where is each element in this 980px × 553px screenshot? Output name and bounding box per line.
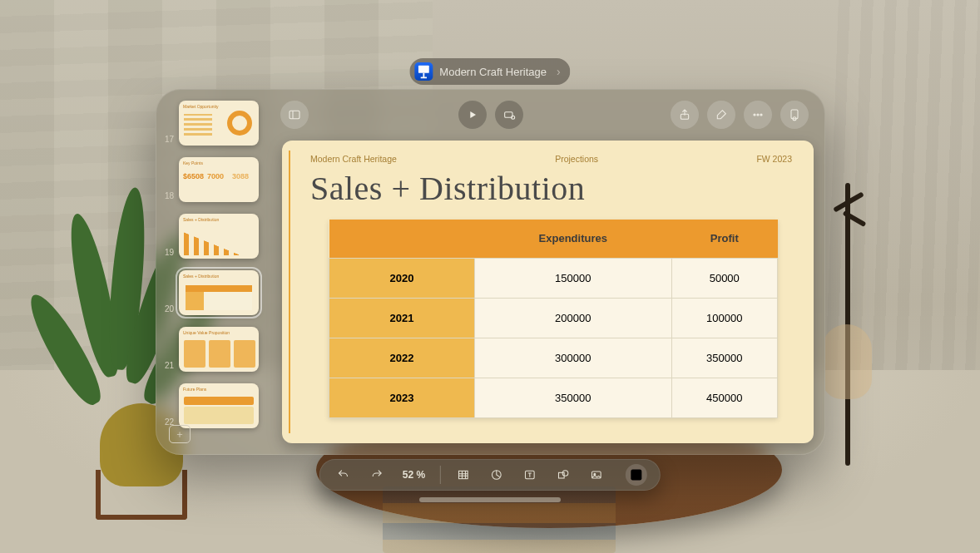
expand-button[interactable]	[626, 464, 647, 486]
zoom-level[interactable]: 52 %	[399, 469, 428, 481]
table-header-row: Expenditures Profit	[329, 220, 778, 258]
slide-title[interactable]: Sales + Distribution	[310, 169, 792, 208]
svg-point-14	[563, 471, 569, 476]
slide-canvas[interactable]: Modern Craft Heritage Projections FW 202…	[282, 141, 814, 443]
insert-table-button[interactable]	[453, 464, 474, 486]
chevron-right-icon: ›	[557, 65, 561, 78]
col-blank	[329, 220, 475, 258]
document-settings-button[interactable]	[780, 101, 809, 129]
svg-rect-17	[631, 470, 642, 481]
svg-rect-0	[418, 66, 429, 73]
bottom-toolbar: 52 %	[319, 459, 661, 491]
thumb-number: 17	[164, 135, 179, 144]
thumb-number: 19	[164, 248, 179, 257]
table-row[interactable]: 2022 300000 350000	[329, 338, 778, 378]
table-row[interactable]: 2021 200000 100000	[329, 298, 778, 338]
rehearse-button[interactable]	[495, 101, 523, 129]
meta-right: FW 2023	[756, 154, 792, 164]
cell-year[interactable]: 2022	[329, 338, 475, 378]
insert-shape-button[interactable]	[552, 464, 574, 486]
svg-rect-10	[459, 471, 468, 478]
thumb-number: 20	[164, 304, 179, 314]
more-button[interactable]	[744, 101, 772, 129]
thumb-label: Sales + Distribution	[183, 217, 219, 222]
insert-media-button[interactable]	[586, 464, 607, 486]
meta-left: Modern Craft Heritage	[310, 154, 397, 164]
table-row[interactable]: 2023 350000 450000	[329, 378, 778, 417]
home-indicator[interactable]	[419, 497, 561, 502]
document-title-pill[interactable]: Modern Craft Heritage ›	[409, 58, 570, 85]
cell-profit[interactable]: 350000	[671, 338, 777, 378]
data-table[interactable]: Expenditures Profit 2020 150000 50000 20…	[329, 220, 778, 418]
thumbnail-17[interactable]: 17 Market Opportunity	[164, 101, 266, 146]
add-slide-button[interactable]: ＋	[169, 425, 191, 443]
thumbnail-22[interactable]: 22 Future Plans	[164, 383, 266, 428]
table-row[interactable]: 2020 150000 50000	[329, 258, 778, 298]
cell-exp[interactable]: 300000	[475, 338, 672, 378]
thumbnail-21[interactable]: 21 Unique Value Proposition	[164, 327, 266, 372]
format-brush-button[interactable]	[707, 101, 735, 129]
redo-button[interactable]	[366, 464, 388, 486]
meta-center: Projections	[555, 154, 598, 164]
svg-point-7	[760, 114, 762, 116]
cell-exp[interactable]: 200000	[475, 298, 672, 338]
col-profit: Profit	[671, 220, 777, 258]
separator	[440, 466, 441, 484]
keynote-app-icon	[414, 62, 433, 81]
svg-point-5	[754, 114, 755, 116]
cell-year[interactable]: 2021	[329, 298, 475, 338]
cell-profit[interactable]: 100000	[671, 298, 777, 338]
thumbnail-18[interactable]: 18 Key Points $6508 7000 3088	[164, 157, 266, 202]
slide-navigator[interactable]: 17 Market Opportunity 18 Key Points $650…	[159, 92, 271, 452]
thumb-number: 18	[164, 191, 179, 200]
insert-chart-button[interactable]	[486, 464, 507, 486]
thumb-label: Key Points	[183, 160, 203, 165]
document-title: Modern Craft Heritage	[439, 66, 547, 78]
col-expenditures: Expenditures	[475, 220, 672, 258]
keynote-window: 17 Market Opportunity 18 Key Points $650…	[156, 89, 825, 455]
thumb-label: Future Plans	[183, 387, 206, 392]
cell-year[interactable]: 2020	[329, 258, 475, 298]
thumbnail-19[interactable]: 19 Sales + Distribution	[164, 214, 266, 259]
svg-rect-1	[290, 111, 299, 118]
thumbnail-20[interactable]: 20 Sales + Distribution	[164, 270, 266, 315]
cell-exp[interactable]: 350000	[475, 378, 672, 417]
cell-profit[interactable]: 50000	[671, 258, 777, 298]
thumb-label: Sales + Distribution	[183, 274, 219, 279]
insert-text-button[interactable]	[519, 464, 541, 486]
sidebar-toggle-button[interactable]	[280, 101, 309, 129]
play-button[interactable]	[458, 101, 487, 129]
cell-exp[interactable]: 150000	[475, 258, 672, 298]
thumb-label: Unique Value Proposition	[183, 330, 230, 335]
undo-button[interactable]	[333, 464, 354, 486]
thumb-number: 21	[164, 361, 179, 370]
svg-point-6	[757, 114, 759, 116]
cell-profit[interactable]: 450000	[671, 378, 777, 417]
thumb-label: Market Opportunity	[183, 104, 219, 109]
accent-rule	[289, 151, 290, 433]
share-button[interactable]	[671, 101, 699, 129]
cell-year[interactable]: 2023	[329, 378, 475, 417]
